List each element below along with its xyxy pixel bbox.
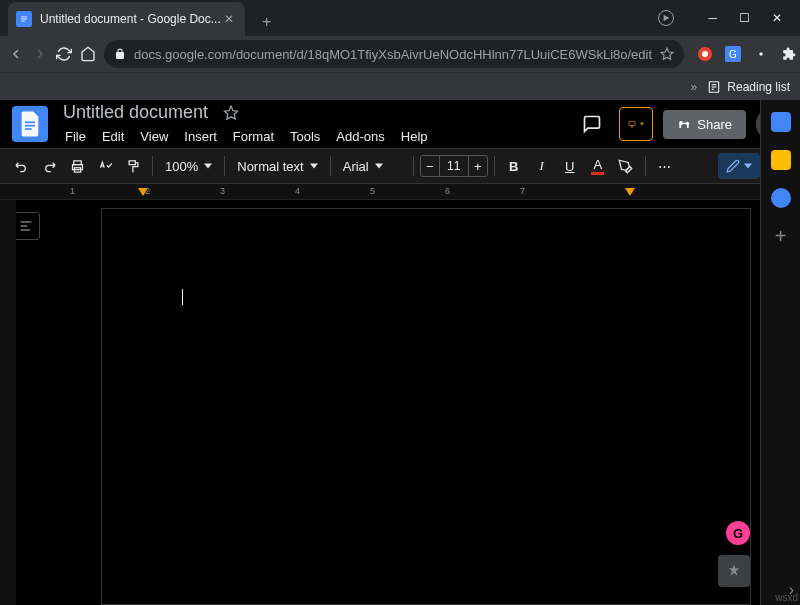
comments-button[interactable] [575,107,609,141]
paint-format-button[interactable] [120,153,146,179]
svg-marker-3 [664,15,670,21]
menu-help[interactable]: Help [394,125,435,148]
zoom-value: 100% [165,159,198,174]
menu-addons[interactable]: Add-ons [329,125,391,148]
extensions-menu-icon[interactable] [780,45,798,63]
ruler-tick: 7 [520,186,525,196]
calendar-icon[interactable] [771,112,791,132]
menu-file[interactable]: File [58,125,93,148]
media-control-icon[interactable] [658,10,674,26]
more-tools-button[interactable]: ⋯ [652,153,678,179]
svg-rect-19 [25,122,35,124]
print-button[interactable] [64,153,90,179]
star-button[interactable] [223,105,239,121]
zoom-select[interactable]: 100% [159,159,218,174]
document-page[interactable] [101,208,751,605]
svg-marker-34 [310,164,318,169]
ruler-tick: 4 [295,186,300,196]
extension-icon-1[interactable] [696,45,714,63]
outline-toggle-button[interactable] [12,212,40,240]
editing-mode-button[interactable] [718,153,760,179]
font-size-decrease[interactable]: − [420,155,440,177]
tab-close-button[interactable]: ✕ [221,11,237,27]
horizontal-ruler[interactable]: 1 2 3 4 5 6 7 [0,184,800,200]
reading-list-label: Reading list [727,80,790,94]
text-color-button[interactable]: A [585,153,611,179]
italic-button[interactable]: I [529,153,555,179]
extension-icon-3[interactable] [752,45,770,63]
menu-format[interactable]: Format [226,125,281,148]
reading-list-button[interactable]: Reading list [707,80,790,94]
svg-marker-24 [640,123,644,125]
home-button[interactable] [80,40,96,68]
bookmarks-overflow-icon[interactable]: » [691,80,698,94]
bold-button[interactable]: B [501,153,527,179]
new-tab-button[interactable]: + [253,8,281,36]
bookmark-star-icon[interactable] [660,47,674,61]
right-indent-marker[interactable] [625,188,635,198]
style-select[interactable]: Normal text [231,159,323,174]
font-size-control: − 11 + [420,155,488,177]
redo-button[interactable] [36,153,62,179]
svg-marker-35 [375,164,383,169]
menu-view[interactable]: View [133,125,175,148]
svg-marker-33 [204,164,212,169]
menu-tools[interactable]: Tools [283,125,327,148]
highlight-button[interactable] [613,153,639,179]
tab-title: Untitled document - Google Doc... [40,12,221,26]
forward-button[interactable] [32,40,48,68]
svg-marker-38 [625,188,635,196]
side-panel: + [760,100,800,605]
text-cursor [182,289,183,305]
browser-titlebar: Untitled document - Google Doc... ✕ + ─ … [0,0,800,36]
explore-button[interactable] [718,555,750,587]
bookmarks-bar: » Reading list [0,72,800,100]
svg-marker-36 [744,164,752,169]
maximize-button[interactable]: ☐ [739,11,750,25]
docs-favicon [16,11,32,27]
grammarly-icon[interactable]: G [726,521,750,545]
address-bar[interactable]: docs.google.com/document/d/18qMO1TfiyXsb… [104,40,684,68]
svg-rect-0 [21,17,27,18]
ruler-tick: 2 [145,186,150,196]
extension-icon-translate[interactable]: G [724,45,742,63]
add-addon-button[interactable]: + [771,226,791,246]
document-title[interactable]: Untitled document [58,100,213,125]
reload-button[interactable] [56,40,72,68]
lock-icon [114,48,126,60]
menu-edit[interactable]: Edit [95,125,131,148]
underline-button[interactable]: U [557,153,583,179]
font-size-value[interactable]: 11 [440,155,468,177]
tasks-icon[interactable] [771,188,791,208]
present-button[interactable] [619,107,653,141]
close-window-button[interactable]: ✕ [772,11,782,25]
svg-rect-2 [21,21,25,22]
svg-rect-20 [25,125,35,127]
font-select[interactable]: Arial [337,159,407,174]
svg-rect-26 [687,123,689,128]
vertical-ruler[interactable] [0,200,16,605]
spellcheck-button[interactable] [92,153,118,179]
back-button[interactable] [8,40,24,68]
menu-insert[interactable]: Insert [177,125,224,148]
docs-logo[interactable] [12,106,48,142]
svg-rect-23 [629,121,635,125]
svg-rect-25 [680,123,682,128]
extension-icons: G [692,45,800,63]
svg-rect-1 [21,19,27,20]
undo-button[interactable] [8,153,34,179]
watermark: wsxd [775,592,798,603]
docs-header: Untitled document File Edit View Insert … [0,100,800,148]
browser-toolbar: docs.google.com/document/d/18qMO1TfiyXsb… [0,36,800,72]
browser-tab[interactable]: Untitled document - Google Doc... ✕ [8,2,245,36]
font-size-increase[interactable]: + [468,155,488,177]
share-button[interactable]: Share [663,110,746,139]
svg-point-6 [702,51,708,57]
svg-text:G: G [729,49,737,60]
docs-app: Untitled document File Edit View Insert … [0,100,800,605]
svg-marker-4 [661,48,673,59]
keep-icon[interactable] [771,150,791,170]
svg-rect-21 [25,128,32,130]
minimize-button[interactable]: ─ [708,11,717,25]
ruler-tick: 6 [445,186,450,196]
